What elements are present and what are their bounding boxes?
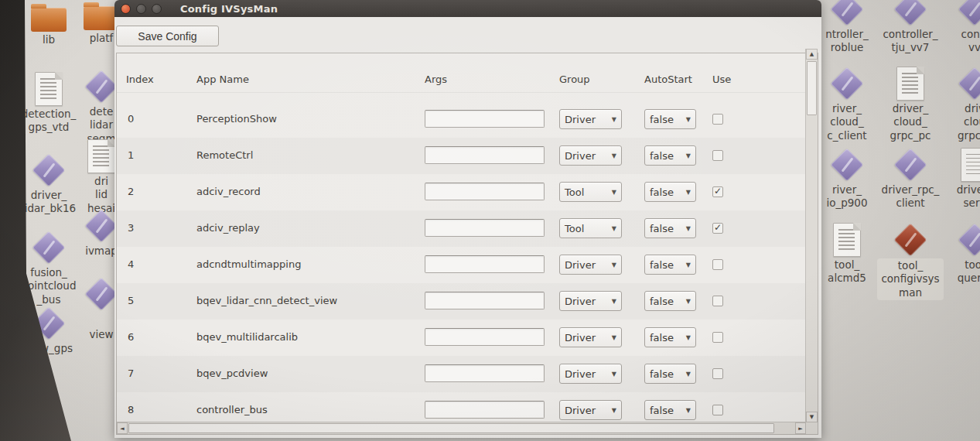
diamond-icon bbox=[84, 277, 118, 311]
args-input[interactable] bbox=[425, 364, 545, 382]
chevron-down-icon: ▼ bbox=[612, 152, 616, 159]
autostart-dropdown[interactable]: false ▼ bbox=[644, 327, 696, 347]
autostart-dropdown[interactable]: false ▼ bbox=[644, 145, 696, 166]
desktop-icon-driver-rpc-client[interactable]: driver_rpc_ client bbox=[873, 148, 948, 210]
row-index: 3 bbox=[128, 222, 134, 234]
save-config-button[interactable]: Save Config bbox=[116, 26, 219, 46]
diamond-icon bbox=[84, 209, 118, 243]
group-dropdown[interactable]: Driver ▼ bbox=[559, 291, 622, 311]
autostart-dropdown[interactable]: false ▼ bbox=[644, 291, 696, 311]
autostart-value: false bbox=[650, 114, 674, 125]
group-dropdown[interactable]: Driver ▼ bbox=[559, 400, 622, 420]
close-button[interactable] bbox=[121, 4, 131, 14]
window-titlebar[interactable]: Config IVSysMan bbox=[114, 0, 821, 17]
table-header-row: Index App Name Args Group AutoStart Use bbox=[117, 67, 805, 93]
group-dropdown[interactable]: Driver ▼ bbox=[559, 364, 622, 384]
scroll-down-icon[interactable]: ▼ bbox=[806, 412, 818, 422]
row-index: 1 bbox=[128, 149, 134, 161]
desktop-icon-tool-configivsysman[interactable]: tool_ configivsys man bbox=[873, 223, 948, 300]
chevron-down-icon: ▼ bbox=[686, 189, 691, 196]
group-value: Tool bbox=[565, 223, 584, 234]
autostart-dropdown[interactable]: false ▼ bbox=[644, 364, 696, 384]
use-checkbox[interactable] bbox=[712, 405, 723, 415]
header-args: Args bbox=[425, 74, 447, 85]
header-use: Use bbox=[712, 74, 731, 85]
chevron-down-icon: ▼ bbox=[612, 371, 616, 378]
table-row: 6 bqev_multilidarcalib Driver ▼ false ▼ bbox=[117, 320, 805, 356]
use-checkbox[interactable] bbox=[712, 223, 723, 234]
args-input[interactable] bbox=[425, 110, 545, 128]
use-checkbox[interactable] bbox=[712, 186, 723, 197]
args-input[interactable] bbox=[425, 146, 545, 164]
autostart-value: false bbox=[650, 223, 674, 234]
desktop-icon-controller-vv[interactable]: contr vv bbox=[937, 0, 980, 55]
chevron-down-icon: ▼ bbox=[612, 262, 616, 268]
group-dropdown[interactable]: Tool ▼ bbox=[559, 218, 622, 238]
table-row: 7 bqev_pcdview Driver ▼ false ▼ bbox=[117, 356, 805, 392]
chevron-down-icon: ▼ bbox=[686, 334, 691, 341]
group-dropdown[interactable]: Driver ▼ bbox=[559, 255, 622, 275]
use-checkbox[interactable] bbox=[712, 114, 723, 125]
vertical-scrollbar[interactable]: ▲ ▼ bbox=[805, 49, 818, 422]
args-input[interactable] bbox=[425, 183, 545, 200]
desktop-icon-driver-cloud-grpc-s[interactable]: driv clou grpc_s bbox=[937, 67, 980, 142]
group-value: Tool bbox=[565, 186, 584, 198]
group-value: Driver bbox=[565, 368, 596, 380]
chevron-down-icon: ▼ bbox=[612, 116, 616, 123]
group-dropdown[interactable]: Driver ▼ bbox=[559, 327, 622, 347]
maximize-button[interactable] bbox=[152, 4, 162, 14]
desktop-icon-driver-cloud-grpc-pc[interactable]: driver_ cloud_ grpc_pc bbox=[873, 67, 948, 142]
group-dropdown[interactable]: Driver ▼ bbox=[559, 109, 622, 129]
icon-label: driver_rpc_ client bbox=[873, 183, 948, 210]
table-row: 1 RemoteCtrl Driver ▼ false ▼ bbox=[117, 138, 805, 174]
document-icon bbox=[87, 139, 115, 173]
scroll-right-icon[interactable]: ► bbox=[795, 422, 806, 434]
horizontal-scrollbar[interactable]: ◄ ► bbox=[117, 422, 806, 434]
app-table-frame: Index App Name Args Group AutoStart Use … bbox=[116, 53, 818, 435]
diamond-icon bbox=[32, 231, 66, 265]
desktop-icon-controller-tju-vv7[interactable]: controller_ tju_vv7 bbox=[873, 0, 948, 55]
chevron-down-icon: ▼ bbox=[612, 225, 616, 232]
autostart-dropdown[interactable]: false ▼ bbox=[644, 255, 696, 275]
use-checkbox[interactable] bbox=[712, 150, 723, 161]
autostart-value: false bbox=[650, 296, 674, 307]
table-row: 2 adciv_record Tool ▼ false ▼ bbox=[117, 174, 805, 210]
autostart-dropdown[interactable]: false ▼ bbox=[644, 400, 696, 420]
args-input[interactable] bbox=[425, 328, 545, 346]
autostart-dropdown[interactable]: false ▼ bbox=[644, 109, 696, 129]
use-checkbox[interactable] bbox=[712, 332, 723, 343]
minimize-button[interactable] bbox=[136, 4, 146, 14]
row-index: 6 bbox=[128, 331, 134, 343]
group-value: Driver bbox=[565, 405, 596, 416]
vertical-scroll-thumb[interactable] bbox=[807, 61, 817, 115]
autostart-value: false bbox=[650, 332, 674, 344]
args-input[interactable] bbox=[425, 255, 545, 273]
use-checkbox[interactable] bbox=[712, 259, 723, 270]
args-input[interactable] bbox=[425, 292, 545, 309]
args-input[interactable] bbox=[425, 219, 545, 237]
use-checkbox[interactable] bbox=[712, 296, 723, 306]
autostart-dropdown[interactable]: false ▼ bbox=[644, 218, 696, 238]
row-index: 0 bbox=[128, 113, 134, 125]
use-checkbox[interactable] bbox=[712, 368, 723, 379]
autostart-value: false bbox=[650, 405, 674, 416]
group-dropdown[interactable]: Tool ▼ bbox=[559, 182, 622, 202]
desktop-icon-tool-queryr[interactable]: tool queryr bbox=[937, 223, 980, 285]
group-dropdown[interactable]: Driver ▼ bbox=[559, 145, 622, 166]
scroll-up-icon[interactable]: ▲ bbox=[806, 49, 818, 60]
args-input[interactable] bbox=[425, 401, 545, 419]
app-name: controller_bus bbox=[196, 404, 268, 415]
horizontal-scroll-thumb[interactable] bbox=[128, 423, 774, 433]
table-rows: 0 PerceptionShow Driver ▼ false ▼ 1 bbox=[117, 101, 805, 429]
diamond-icon bbox=[830, 148, 864, 182]
document-icon bbox=[833, 223, 861, 257]
icon-label: contr vv bbox=[937, 28, 980, 55]
diamond-icon bbox=[830, 67, 864, 101]
desktop-icon-driver-serv[interactable]: driver_ serv bbox=[937, 148, 980, 210]
table-row: 4 adcndtmultimapping Driver ▼ false ▼ bbox=[117, 247, 805, 283]
chevron-down-icon: ▼ bbox=[686, 152, 691, 159]
scroll-left-icon[interactable]: ◄ bbox=[117, 422, 128, 434]
autostart-dropdown[interactable]: false ▼ bbox=[644, 182, 696, 202]
diamond-icon bbox=[84, 70, 118, 104]
table-row: 5 bqev_lidar_cnn_detect_view Driver ▼ fa… bbox=[117, 283, 805, 320]
